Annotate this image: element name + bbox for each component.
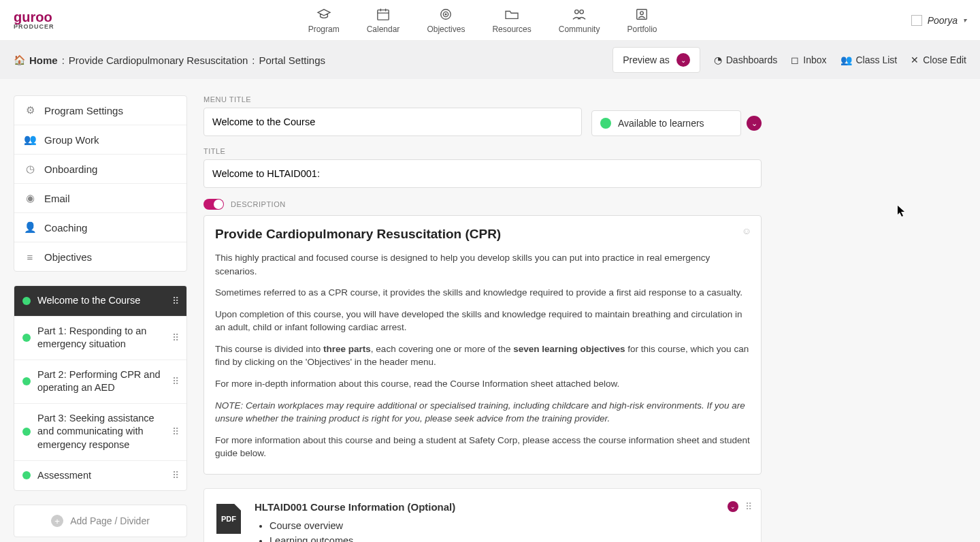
emoji-icon[interactable]: ☺ [742, 225, 751, 236]
pages-list: Welcome to the Course ⠿ Part 1: Respondi… [14, 285, 187, 491]
description-text: NOTE: Certain workplaces may require add… [215, 399, 750, 426]
description-toggle[interactable] [203, 199, 224, 210]
drag-handle-icon[interactable]: ⠿ [172, 296, 178, 306]
nav-calendar[interactable]: Calendar [367, 7, 400, 34]
svg-point-4 [575, 10, 578, 13]
attachment-card: PDF HLTAID001 Course Information (Option… [203, 488, 762, 542]
page-item-label: Part 3: Seeking assistance and communica… [37, 412, 165, 452]
svg-rect-0 [378, 10, 389, 20]
breadcrumb-home[interactable]: Home [29, 54, 58, 66]
portfolio-icon [634, 7, 649, 22]
sidebar-item-label: Onboarding [44, 163, 97, 175]
sidebar-item-program-settings[interactable]: ⚙ Program Settings [14, 96, 186, 125]
menu-title-input[interactable] [203, 108, 582, 136]
nav-label: Portfolio [627, 25, 657, 34]
inbox-icon: ◻ [791, 54, 799, 65]
breadcrumb-sep: : [252, 54, 255, 66]
svg-point-3 [445, 14, 446, 15]
menu-title-label: MENU TITLE [203, 95, 582, 103]
drag-handle-icon[interactable]: ⠿ [745, 501, 751, 512]
home-icon: 🏠 [14, 54, 25, 65]
nav-community[interactable]: Community [559, 7, 600, 34]
logo[interactable]: guroo PRODUCER [14, 10, 54, 30]
attachment-menu-button[interactable]: ⌄ [728, 501, 738, 512]
page-item-part1[interactable]: Part 1: Responding to an emergency situa… [14, 317, 186, 360]
plus-icon: + [51, 515, 63, 527]
availability-dropdown-button[interactable]: ⌄ [747, 116, 762, 131]
drag-handle-icon[interactable]: ⠿ [172, 376, 178, 387]
status-dot-icon [22, 377, 31, 385]
nav-label: Resources [492, 25, 531, 34]
svg-point-5 [580, 10, 583, 13]
page-item-label: Part 2: Performing CPR and operating an … [37, 368, 165, 395]
settings-list: ⚙ Program Settings 👥 Group Work ◷ Onboar… [14, 95, 187, 272]
sidebar-item-group-work[interactable]: 👥 Group Work [14, 125, 186, 155]
nav-program[interactable]: Program [308, 7, 340, 34]
drag-handle-icon[interactable]: ⠿ [172, 470, 178, 481]
sidebar-item-label: Email [44, 193, 70, 204]
inbox-link[interactable]: ◻ Inbox [791, 54, 826, 65]
nav-resources[interactable]: Resources [492, 7, 531, 34]
coach-icon: 👤 [24, 221, 36, 234]
attachment-item: Learning outcomes [270, 533, 749, 542]
target-icon [438, 7, 453, 22]
nav-label: Community [559, 25, 600, 34]
avatar-placeholder-icon [911, 15, 922, 26]
nav-label: Objectives [427, 25, 465, 34]
nav-label: Program [308, 25, 340, 34]
title-label: TITLE [203, 147, 762, 155]
page-item-label: Assessment [37, 469, 91, 483]
status-dot-icon [22, 471, 31, 479]
description-label: DESCRIPTION [231, 200, 286, 208]
list-icon: ≡ [24, 251, 36, 263]
drag-handle-icon[interactable]: ⠿ [172, 426, 178, 437]
preview-as-label: Preview as [623, 54, 669, 65]
add-page-button[interactable]: + Add Page / Divider [14, 505, 187, 537]
nav-objectives[interactable]: Objectives [427, 7, 465, 34]
gears-icon: ⚙ [24, 104, 36, 116]
drag-handle-icon[interactable]: ⠿ [172, 332, 178, 343]
nav-label: Calendar [367, 25, 400, 34]
calendar-icon [376, 7, 391, 22]
page-item-part2[interactable]: Part 2: Performing CPR and operating an … [14, 360, 186, 404]
nav-portfolio[interactable]: Portfolio [627, 7, 657, 34]
sidebar-item-label: Program Settings [44, 105, 123, 116]
sidebar-item-label: Group Work [44, 134, 99, 146]
description-text: For more information about this course a… [215, 434, 750, 460]
close-edit-button[interactable]: ✕ Close Edit [911, 54, 966, 65]
sidebar-item-onboarding[interactable]: ◷ Onboarding [14, 155, 186, 184]
description-editor[interactable]: ☺ Provide Cardiopulmonary Resuscitation … [203, 215, 762, 475]
graduation-cap-icon [316, 7, 331, 22]
title-input[interactable] [203, 159, 762, 188]
chevron-down-icon: ▾ [963, 16, 966, 24]
description-text: Sometimes referred to as a CPR course, i… [215, 286, 750, 300]
breadcrumb-tail: Portal Settings [259, 54, 326, 66]
mail-icon: ◉ [24, 192, 36, 204]
page-item-label: Part 1: Responding to an emergency situa… [37, 325, 165, 351]
sidebar-item-coaching[interactable]: 👤 Coaching [14, 213, 186, 242]
page-item-label: Welcome to the Course [37, 294, 140, 308]
user-menu[interactable]: Poorya ▾ [911, 15, 966, 26]
folder-icon [504, 7, 519, 22]
page-item-welcome[interactable]: Welcome to the Course ⠿ [14, 286, 186, 317]
breadcrumb-sep: : [62, 54, 65, 66]
chevron-down-icon: ⌄ [676, 53, 690, 67]
page-item-assessment[interactable]: Assessment ⠿ [14, 461, 186, 491]
sidebar-item-email[interactable]: ◉ Email [14, 184, 186, 213]
page-item-part3[interactable]: Part 3: Seeking assistance and communica… [14, 404, 186, 461]
sidebar-item-objectives[interactable]: ≡ Objectives [14, 242, 186, 271]
description-text: Upon completion of this course, you will… [215, 308, 750, 334]
preview-as-dropdown[interactable]: Preview as ⌄ [612, 47, 700, 73]
availability-selector[interactable]: Available to learners [591, 110, 741, 136]
description-text: This highly practical and focused course… [215, 251, 750, 278]
svg-point-7 [640, 11, 644, 14]
dashboards-link[interactable]: ◔ Dashboards [714, 54, 778, 65]
people-icon: 👥 [840, 54, 852, 65]
status-dot-icon [22, 428, 31, 436]
top-nav: Program Calendar Objectives Resources Co… [308, 7, 657, 34]
breadcrumb-mid[interactable]: Provide Cardiopulmonary Resuscitation [69, 54, 248, 66]
availability-label: Available to learners [618, 118, 704, 129]
close-icon: ✕ [911, 54, 919, 65]
class-list-link[interactable]: 👥 Class List [840, 54, 898, 65]
description-text: This course is divided into three parts,… [215, 342, 750, 369]
